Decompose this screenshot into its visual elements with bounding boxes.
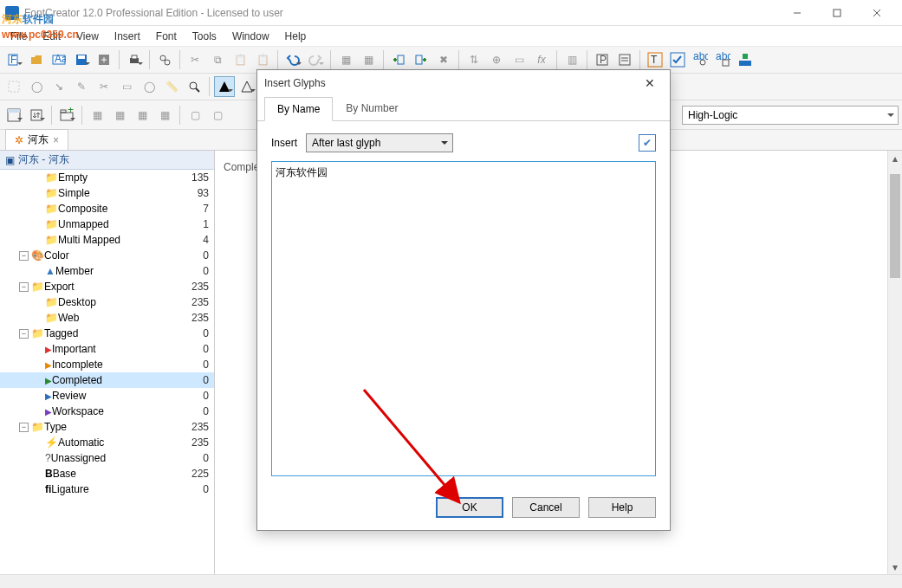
check-panel-button[interactable] [667, 49, 688, 70]
fill-mode-button[interactable] [214, 76, 235, 97]
tree-row[interactable]: ⚡ Automatic235 [0, 435, 214, 450]
cell-2-button[interactable]: ▢ [207, 105, 228, 126]
dialog-close-button[interactable]: ✕ [637, 70, 663, 96]
tab-by-name[interactable]: By Name [264, 97, 333, 121]
insert-glyph-right[interactable] [411, 49, 432, 70]
menu-tools[interactable]: Tools [185, 29, 224, 44]
find-button[interactable] [154, 49, 175, 70]
print-button[interactable] [124, 49, 145, 70]
abc-grid-button[interactable]: abc [712, 49, 733, 70]
scroll-down-icon[interactable]: ▾ [888, 559, 902, 574]
tree-row[interactable]: ▶ Important0 [0, 341, 214, 357]
menu-font[interactable]: Font [149, 29, 184, 44]
tree-row[interactable]: fi Ligature0 [0, 481, 214, 497]
auto-check-toggle[interactable]: ✔ [639, 134, 656, 152]
insert-glyph-left[interactable] [388, 49, 409, 70]
pen-tool[interactable]: ✎ [71, 76, 92, 97]
fx-button[interactable]: fx [531, 49, 552, 70]
grid-1-button[interactable]: ▦ [87, 105, 107, 126]
categories-tree[interactable]: 📁 Empty135📁 Simple93📁 Composite7📁 Unmapp… [0, 170, 214, 574]
paste-button[interactable]: 📋 [230, 49, 250, 70]
abc-search-button[interactable]: abc [690, 49, 711, 70]
tool-a[interactable]: ▦ [335, 49, 356, 70]
tree-row[interactable]: −🎨 Color0 [0, 248, 214, 263]
close-button[interactable] [857, 0, 897, 26]
insert-mode-select[interactable]: After last glyph [306, 133, 453, 152]
redo-button[interactable] [305, 49, 326, 70]
menu-edit[interactable]: Edit [36, 29, 68, 44]
zoom-tool[interactable] [184, 76, 204, 97]
tree-row[interactable]: −📁 Type235 [0, 419, 214, 435]
tree-row[interactable]: ? Unassigned0 [0, 450, 214, 466]
lasso-tool[interactable]: ◯ [26, 76, 47, 97]
maximize-button[interactable] [817, 0, 857, 26]
grid-3-button[interactable]: ▦ [132, 105, 152, 126]
tree-row[interactable]: 📁 Simple93 [0, 185, 214, 201]
tree-row[interactable]: −📁 Tagged0 [0, 326, 214, 341]
new-font-button[interactable]: F [3, 49, 24, 70]
preview-p-button[interactable]: P [592, 49, 613, 70]
tree-row[interactable]: 📁 Empty135 [0, 170, 214, 185]
document-tab[interactable]: ✲ 河东 × [5, 129, 68, 150]
horizontal-scrollbar[interactable] [0, 574, 902, 588]
open-button[interactable] [26, 49, 47, 70]
undo-button[interactable] [282, 49, 303, 70]
export-button[interactable] [94, 49, 114, 70]
menu-file[interactable]: File [3, 29, 34, 44]
menu-window[interactable]: Window [225, 29, 276, 44]
tree-row[interactable]: ▶ Incomplete0 [0, 357, 214, 372]
minimize-button[interactable] [777, 0, 817, 26]
save-button[interactable] [71, 49, 92, 70]
cell-1-button[interactable]: ▢ [185, 105, 205, 126]
paste-special-button[interactable]: 📋 [252, 49, 273, 70]
glyph-aa-button[interactable]: Aa [49, 49, 69, 70]
tree-row[interactable]: 📁 Unmapped1 [0, 216, 214, 232]
tree-row[interactable]: B Base225 [0, 466, 214, 481]
outline-mode-button[interactable] [237, 76, 257, 97]
tree-row[interactable]: 📁 Multi Mapped4 [0, 232, 214, 248]
shape-rect-tool[interactable]: ▭ [116, 76, 137, 97]
compose-button[interactable]: ⊕ [486, 49, 507, 70]
menu-insert[interactable]: Insert [107, 29, 147, 44]
ok-button[interactable]: OK [436, 497, 503, 518]
menu-view[interactable]: View [69, 29, 106, 44]
tree-row[interactable]: 📁 Composite7 [0, 201, 214, 216]
tree-row[interactable]: 📁 Web235 [0, 310, 214, 326]
shape-ellipse-tool[interactable]: ◯ [139, 76, 159, 97]
tool-d[interactable]: ▥ [561, 49, 582, 70]
knife-tool[interactable]: ✂ [94, 76, 114, 97]
measure-tool[interactable]: 📏 [161, 76, 182, 97]
right-field[interactable]: High-Logic [682, 106, 899, 125]
point-tool[interactable]: ↘ [49, 76, 69, 97]
delete-glyph[interactable]: ✖ [433, 49, 454, 70]
tree-row[interactable]: ▲ Member0 [0, 263, 214, 279]
cut-button[interactable]: ✂ [185, 49, 205, 70]
new-tab-button[interactable]: + [56, 105, 77, 126]
grid-2-button[interactable]: ▦ [109, 105, 130, 126]
cancel-button[interactable]: Cancel [512, 497, 580, 518]
copy-button[interactable]: ⧉ [207, 49, 228, 70]
tree-row[interactable]: ▶ Review0 [0, 388, 214, 404]
tree-row[interactable]: −📁 Export235 [0, 279, 214, 294]
close-tab-icon[interactable]: × [53, 134, 59, 146]
tree-row[interactable]: 📁 Desktop235 [0, 294, 214, 310]
preview-list-button[interactable] [614, 49, 635, 70]
sort-button[interactable]: ⇅ [464, 49, 484, 70]
tool-c[interactable]: ▭ [509, 49, 529, 70]
tree-row[interactable]: ▶ Completed0 [0, 372, 214, 388]
help-button[interactable]: Help [588, 497, 656, 518]
install-font-button[interactable] [735, 49, 756, 70]
expand-toggle[interactable]: − [19, 282, 29, 292]
sort-glyph-button[interactable] [26, 105, 47, 126]
scroll-up-icon[interactable]: ▴ [888, 151, 902, 165]
expand-toggle[interactable]: − [19, 329, 29, 339]
tool-b[interactable]: ▦ [358, 49, 379, 70]
text-tool-button[interactable]: T [645, 49, 665, 70]
expand-toggle[interactable]: − [19, 423, 29, 432]
tree-row[interactable]: ▶ Workspace0 [0, 404, 214, 419]
select-rect-tool[interactable] [3, 76, 24, 97]
glyph-names-textarea[interactable]: 河东软件园 [271, 161, 656, 476]
expand-toggle[interactable]: − [19, 251, 29, 261]
grid-4-button[interactable]: ▦ [154, 105, 175, 126]
tree-scrollbar[interactable]: ▴ ▾ [887, 151, 902, 574]
